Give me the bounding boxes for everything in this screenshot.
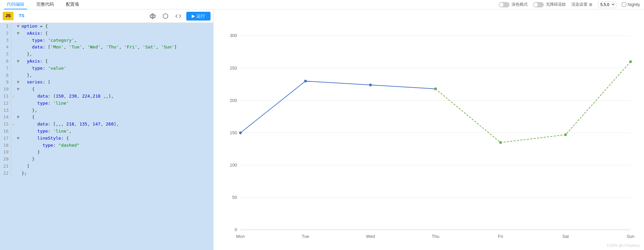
line-fold-arrow[interactable] — [16, 65, 20, 72]
table-row: 7 type: 'value' — [0, 65, 213, 72]
table-row: 8 }, — [0, 72, 213, 79]
line-number: 20 — [0, 156, 11, 163]
line-fold-arrow[interactable] — [16, 142, 20, 149]
line-fold-arrow[interactable]: ▼ — [16, 58, 20, 65]
line-number: 15 — [0, 121, 11, 128]
code-line: yAxis: { — [20, 58, 213, 65]
line-fold-arrow[interactable]: ▼ — [16, 135, 20, 142]
line-warning — [11, 65, 16, 72]
line-fold-arrow[interactable] — [16, 163, 20, 170]
code-line: data: [,,, 218, 135, 147, 260], — [20, 121, 213, 128]
code-icon[interactable] — [174, 11, 183, 21]
tab-full-code[interactable]: 完整代码 — [34, 0, 56, 9]
line-fold-arrow[interactable]: ▼ — [16, 23, 20, 30]
line-fold-arrow[interactable] — [16, 149, 20, 156]
line-fold-arrow[interactable] — [16, 93, 20, 100]
line-fold-arrow[interactable] — [16, 107, 20, 114]
line-number: 13 — [0, 107, 11, 114]
component-icon[interactable] — [148, 11, 157, 21]
code-editor[interactable]: 1▼option = {2▼ xAxis: {3 type: 'category… — [0, 23, 213, 250]
line-fold-arrow[interactable]: ▼ — [16, 30, 20, 37]
run-button[interactable]: ▶ 运行 — [186, 12, 211, 21]
run-icon: ▶ — [192, 13, 195, 19]
line-warning — [11, 79, 16, 86]
line-fold-arrow[interactable] — [16, 121, 20, 128]
code-line: }, — [20, 107, 213, 114]
chart-canvas — [214, 9, 644, 250]
line-number: 1 — [0, 23, 11, 30]
line-fold-arrow[interactable] — [16, 100, 20, 107]
code-line: type: 'line' — [20, 100, 213, 107]
line-number: 14 — [0, 114, 11, 121]
line-warning — [11, 51, 16, 58]
table-row: 3 type: 'category', — [0, 37, 213, 44]
table-row: 10▼ { — [0, 86, 213, 93]
line-warning: ⚠ — [11, 93, 16, 100]
line-number: 5 — [0, 51, 11, 58]
line-number: 12 — [0, 100, 11, 107]
line-fold-arrow[interactable] — [16, 128, 20, 135]
line-fold-arrow[interactable]: ▼ — [16, 114, 20, 121]
table-row: 1▼option = { — [0, 23, 213, 30]
table-row: 17▼ lineStyle: { — [0, 135, 213, 142]
nightly-checkbox[interactable] — [622, 2, 626, 7]
code-line: xAxis: { — [20, 30, 213, 37]
line-warning — [11, 163, 16, 170]
line-warning — [11, 107, 16, 114]
render-settings-group[interactable]: 渲染设置 ⚙ — [571, 2, 593, 7]
no-border-toggle-group: 无障碍花纹 — [533, 2, 566, 7]
run-label: 运行 — [196, 13, 205, 19]
code-line: data: [150, 230, 224,218 ,,], — [20, 93, 213, 100]
cube-icon[interactable] — [161, 11, 170, 21]
line-fold-arrow[interactable]: ▼ — [16, 86, 20, 93]
tab-code-edit[interactable]: 代码编辑 — [4, 0, 27, 9]
nightly-checkbox-group: Nightly — [622, 2, 640, 7]
line-fold-arrow[interactable] — [16, 44, 20, 51]
line-warning — [11, 37, 16, 44]
line-fold-arrow[interactable]: ▼ — [16, 79, 20, 86]
line-number: 6 — [0, 58, 11, 65]
table-row: 22}; — [0, 170, 213, 177]
table-row: 12 type: 'line' — [0, 100, 213, 107]
table-row: 19 } — [0, 149, 213, 156]
code-line: type: 'value' — [20, 65, 213, 72]
line-fold-arrow[interactable] — [16, 156, 20, 163]
code-line: { — [20, 114, 213, 121]
line-fold-arrow[interactable] — [16, 37, 20, 44]
gear-icon: ⚙ — [589, 2, 593, 7]
version-select[interactable]: 5.5.0 5.4.0 4.9.0 — [598, 1, 616, 8]
code-line: { — [20, 86, 213, 93]
watermark: CSDN @LXXgalaxy — [607, 243, 640, 247]
code-line: type: 'line', — [20, 128, 213, 135]
render-settings-label: 渲染设置 — [571, 2, 588, 7]
line-number: 3 — [0, 37, 11, 44]
main-area: JS TS — [0, 9, 644, 250]
code-line: }, — [20, 51, 213, 58]
line-number: 4 — [0, 44, 11, 51]
no-border-label: 无障碍花纹 — [546, 2, 566, 7]
tab-ts[interactable]: TS — [15, 9, 29, 23]
line-warning — [11, 72, 16, 79]
code-line: type: 'category', — [20, 37, 213, 44]
dark-mode-toggle[interactable] — [499, 2, 509, 7]
line-warning — [11, 86, 16, 93]
line-fold-arrow[interactable] — [16, 51, 20, 58]
code-line: ] — [20, 163, 213, 170]
no-border-toggle[interactable] — [533, 2, 544, 7]
line-warning — [11, 58, 16, 65]
code-line: }; — [20, 170, 213, 177]
tab-js[interactable]: JS — [3, 12, 13, 20]
line-warning — [11, 100, 16, 107]
table-row: 14▼ { — [0, 114, 213, 121]
line-warning — [11, 23, 16, 30]
code-line: option = { — [20, 23, 213, 30]
line-fold-arrow[interactable] — [16, 170, 20, 177]
line-fold-arrow[interactable] — [16, 72, 20, 79]
line-number: 18 — [0, 142, 11, 149]
tab-config[interactable]: 配置项 — [63, 0, 82, 9]
table-row: 15⚠ data: [,,, 218, 135, 147, 260], — [0, 121, 213, 128]
line-warning — [11, 135, 16, 142]
line-number: 16 — [0, 128, 11, 135]
line-warning — [11, 114, 16, 121]
code-line: data: ['Mon', 'Tue', 'Wed', 'Thu', 'Fri'… — [20, 44, 213, 51]
